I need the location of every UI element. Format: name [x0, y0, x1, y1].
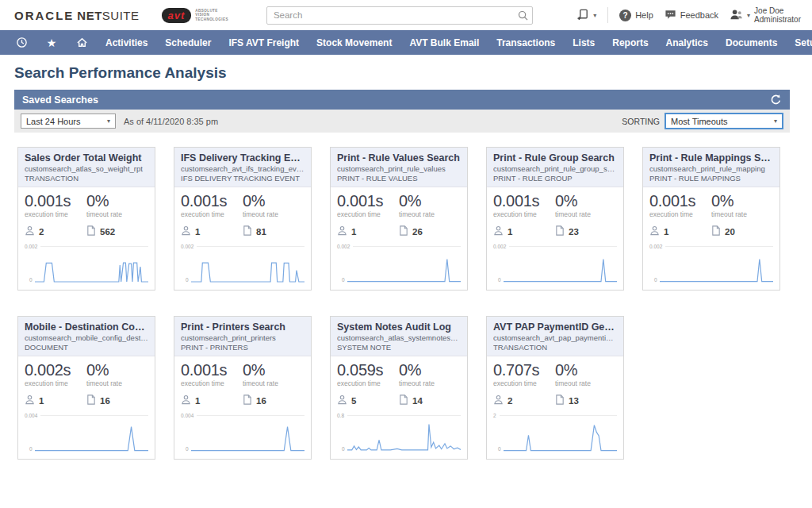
users-count-value: 5: [351, 396, 356, 406]
card-body: 0.059s execution time 0% timeout rate 5: [331, 356, 467, 459]
user-count-icon: [337, 225, 347, 237]
avt-logo: avt ABSOLUTE VISION TECHNOLOGIES: [162, 8, 228, 23]
timeout-rate-stat: 0% timeout rate: [243, 361, 304, 387]
saved-search-card[interactable]: Print - Rule Values Search customsearch_…: [330, 147, 468, 291]
search-icon[interactable]: [518, 10, 528, 24]
nav-tab-ifs-avt-freight[interactable]: IFS AVT Freight: [220, 30, 308, 55]
nav-tab-label: Reports: [612, 37, 648, 48]
execution-time-label: execution time: [493, 379, 555, 387]
timeout-rate-value: 0%: [399, 361, 461, 379]
nav-tab-transactions[interactable]: Transactions: [488, 30, 564, 55]
saved-search-card[interactable]: Sales Order Total Weight customsearch_at…: [17, 147, 155, 291]
users-count-value: 1: [195, 396, 200, 406]
saved-search-card[interactable]: Print - Rule Mappings Search customsearc…: [642, 147, 780, 291]
nav-tab-label: Transactions: [496, 37, 555, 48]
y-axis-zero-label: 0: [29, 277, 33, 283]
runs-count-value: 20: [725, 227, 735, 237]
card-stats: 0.707s execution time 0% timeout rate: [493, 361, 617, 387]
recent-records-icon[interactable]: [6, 37, 36, 48]
sparkline-chart: 0.002 0: [649, 244, 773, 285]
sparkline-top-gridline: 0.002: [25, 244, 148, 249]
nav-tab-stock-movement[interactable]: Stock Movement: [308, 30, 400, 55]
y-axis-zero-label: 0: [29, 446, 33, 452]
timeout-rate-label: timeout rate: [399, 210, 461, 218]
search-input[interactable]: [266, 6, 533, 25]
timeout-rate-stat: 0% timeout rate: [555, 192, 617, 218]
sparkline-top-gridline: 0.002: [181, 244, 304, 249]
card-header: IFS Delivery Tracking Event ... customse…: [174, 148, 311, 187]
card-body: 0.001s execution time 0% timeout rate 2: [18, 187, 155, 290]
feedback-button[interactable]: Feedback: [665, 9, 718, 22]
nav-tab-label: Analytics: [666, 37, 708, 48]
nav-tab-activities[interactable]: Activities: [97, 30, 156, 55]
shortcuts-star-icon[interactable]: ★: [36, 37, 67, 49]
create-new-menu[interactable]: ▾: [577, 9, 596, 22]
timeout-rate-stat: 0% timeout rate: [711, 192, 773, 218]
card-stats: 0.001s execution time 0% timeout rate: [181, 192, 304, 218]
sparkline-svg: [347, 419, 461, 452]
runs-count: 14: [399, 394, 461, 406]
y-axis-zero-label: 0: [498, 446, 501, 452]
saved-search-card-grid: Sales Order Total Weight customsearch_at…: [14, 133, 790, 460]
nav-tab-label: Activities: [105, 37, 147, 48]
execution-time-stat: 0.001s execution time: [337, 192, 399, 218]
nav-tab-analytics[interactable]: Analytics: [657, 30, 717, 55]
card-record-type: PRINT - RULE VALUES: [337, 174, 461, 183]
home-icon[interactable]: [67, 37, 97, 48]
execution-time-value: 0.001s: [337, 192, 399, 210]
runs-count-icon: [711, 225, 721, 237]
timeout-rate-value: 0%: [399, 192, 461, 210]
timeout-rate-label: timeout rate: [86, 210, 148, 218]
chevron-down-icon: ▾: [593, 12, 596, 19]
sorting-select[interactable]: Most Timeouts ▾: [665, 113, 783, 129]
timeout-rate-value: 0%: [243, 361, 304, 379]
users-count: 1: [493, 225, 555, 237]
card-title: Print - Rule Group Search: [493, 152, 617, 164]
saved-search-card[interactable]: IFS Delivery Tracking Event ... customse…: [174, 147, 312, 291]
sparkline-svg: [35, 250, 148, 283]
user-menu[interactable]: ▾ Joe Doe Administrator: [730, 6, 801, 25]
nav-quick-icons: ★: [0, 30, 97, 55]
top-bar: ORACLE NETSUITE avt ABSOLUTE VISION TECH…: [0, 0, 812, 30]
nav-tab-documents[interactable]: Documents: [717, 30, 786, 55]
help-button[interactable]: ? Help: [619, 10, 653, 21]
timeout-rate-stat: 0% timeout rate: [243, 192, 304, 218]
card-body: 0.001s execution time 0% timeout rate 1: [174, 356, 311, 459]
nav-tab-reports[interactable]: Reports: [603, 30, 657, 55]
nav-tab-scheduler[interactable]: Scheduler: [156, 30, 220, 55]
saved-search-card[interactable]: System Notes Audit Log customsearch_atla…: [330, 316, 468, 460]
nav-tab-label: IFS AVT Freight: [228, 37, 299, 48]
card-script-id: customsearch_avt_ifs_tracking_event_1: [181, 164, 304, 173]
execution-time-label: execution time: [337, 379, 399, 387]
panel-title: Saved Searches: [22, 94, 98, 106]
saved-search-card[interactable]: Mobile - Destination Config ... customse…: [17, 316, 155, 460]
saved-search-card[interactable]: Print - Printers Search customsearch_pri…: [174, 316, 312, 460]
saved-search-card[interactable]: Print - Rule Group Search customsearch_p…: [486, 147, 624, 291]
timeout-rate-stat: 0% timeout rate: [399, 361, 461, 387]
date-range-select[interactable]: Last 24 Hours ▾: [21, 114, 116, 129]
sparkline-svg: [191, 419, 304, 452]
execution-time-value: 0.002s: [25, 361, 86, 379]
page-title: Search Performance Analysis: [14, 64, 812, 82]
users-count: 2: [493, 394, 555, 406]
saved-search-card[interactable]: AVT PAP PaymentID Genera... customsearch…: [486, 316, 624, 460]
refresh-icon[interactable]: [770, 94, 782, 106]
y-axis-max-label: 2: [493, 413, 496, 418]
nav-tab-avt-bulk-email[interactable]: AVT Bulk Email: [400, 30, 488, 55]
card-stats: 0.001s execution time 0% timeout rate: [493, 192, 617, 218]
runs-count: 13: [555, 394, 617, 406]
timeout-rate-value: 0%: [555, 192, 617, 210]
nav-tab-setup[interactable]: Setup: [786, 30, 812, 55]
card-header: Print - Rule Values Search customsearch_…: [331, 148, 467, 187]
oracle-logo-text: ORACLE: [14, 9, 74, 22]
nav-tab-label: AVT Bulk Email: [409, 37, 479, 48]
sparkline-top-gridline: 0.002: [649, 244, 773, 249]
sparkline-chart: 0.8 0: [337, 413, 461, 454]
sparkline-top-gridline: 0.002: [493, 244, 617, 249]
nav-tab-label: Scheduler: [165, 37, 211, 48]
users-count-value: 1: [351, 227, 356, 237]
sparkline-svg: [660, 250, 773, 283]
execution-time-label: execution time: [649, 210, 711, 218]
nav-tab-lists[interactable]: Lists: [564, 30, 603, 55]
sparkline-svg: [35, 419, 148, 452]
